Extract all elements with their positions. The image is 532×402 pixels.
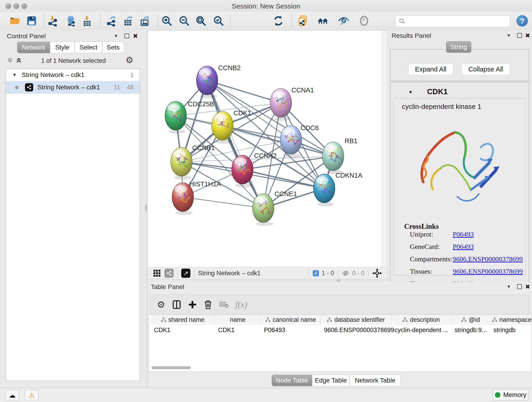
network-node-CDC25B[interactable]	[165, 101, 186, 130]
import-network-from-database-button[interactable]	[65, 15, 77, 27]
network-status-dot-icon	[15, 86, 19, 89]
crosslink-label: Compartments:	[410, 255, 452, 263]
network-canvas[interactable]: CCNB2CCNA1CDC25BCDK1CDC6RB1CCNB1CCNA2CDK…	[148, 31, 382, 267]
memory-button[interactable]: Memory	[493, 389, 528, 400]
network-edge-CCNE1-HIST1H1A[interactable]	[183, 197, 263, 208]
node-details-inner-box: cyclin-dependent kinase 1 CrossLinks Uni…	[394, 98, 525, 275]
crosslink-link[interactable]: 9606.ENSP00000378699	[453, 255, 523, 263]
export-network-button[interactable]	[106, 15, 118, 27]
open-session-button[interactable]	[9, 15, 21, 27]
tab-edge-table[interactable]: Edge Table	[312, 375, 350, 386]
network-node-CDC6[interactable]	[280, 125, 302, 154]
create-column-plus-icon[interactable]	[188, 300, 197, 309]
column-header-namespace[interactable]: namespace	[490, 315, 532, 325]
birds-eye-toggle-button[interactable]	[358, 15, 370, 27]
results-panel-menu-caret-icon[interactable]: ▼	[507, 33, 511, 38]
hide-graphics-details-button[interactable]	[338, 15, 350, 27]
table-cell: CDK1	[215, 325, 261, 335]
network-view-share-icon[interactable]	[165, 269, 174, 278]
toolbar-separator	[291, 14, 292, 27]
network-graph[interactable]: CCNB2CCNA1CDC25BCDK1CDC6RB1CCNB1CCNA2CDK…	[148, 31, 382, 267]
expand-all-button[interactable]: Expand All	[408, 63, 453, 75]
zoom-selected-button[interactable]	[213, 15, 225, 27]
grid-view-icon[interactable]	[153, 270, 160, 277]
tab-sets[interactable]: Sets	[102, 42, 124, 53]
collapse-all-button[interactable]: Collapse All	[462, 63, 510, 75]
crosslink-link[interactable]: P06493	[453, 230, 474, 238]
network-node-CCNB2[interactable]	[196, 66, 218, 95]
cloud-button[interactable]: ☁	[5, 390, 19, 400]
help-button[interactable]: ?	[516, 15, 528, 27]
node-label-CCNB1: CCNB1	[192, 144, 215, 152]
import-network-from-file-button[interactable]	[47, 15, 59, 27]
warnings-button[interactable]: ⚠	[25, 390, 38, 400]
show-columns-icon[interactable]	[172, 300, 181, 310]
save-session-button[interactable]	[26, 15, 38, 27]
import-table-from-file-button[interactable]	[81, 15, 93, 27]
toolbar-separator	[100, 14, 101, 27]
table-panel-close-icon[interactable]: ✖	[525, 284, 530, 290]
control-panel-menu-caret-icon[interactable]: ▼	[114, 33, 118, 38]
column-header-description[interactable]: description	[391, 315, 451, 325]
network-node-count: 11	[114, 84, 120, 91]
open-in-new-window-button[interactable]: ↗	[181, 269, 190, 278]
tab-node-table[interactable]: Node Table	[272, 375, 312, 386]
network-node-RB1[interactable]	[322, 142, 344, 171]
network-edge-CCNB2-CCNE1[interactable]	[207, 80, 263, 208]
network-collection-row[interactable]: ▼ String Network – cdk1 1	[6, 69, 140, 81]
network-node-CCNA2[interactable]	[232, 155, 253, 184]
selected-checkbox-icon[interactable]	[313, 270, 319, 276]
node-table[interactable]: shared namenamecanonical namedatabase id…	[149, 314, 532, 372]
pan-crosshair-icon[interactable]	[372, 268, 382, 278]
network-edge-CCNB2-CCNA1[interactable]	[207, 80, 281, 103]
delete-column-trash-icon[interactable]	[204, 300, 212, 309]
crosslink-label: Tissues:	[410, 268, 432, 275]
network-node-CCNB1[interactable]	[171, 147, 192, 176]
column-header-@id[interactable]: @id	[451, 315, 490, 325]
network-node-CCNE1[interactable]	[253, 194, 274, 223]
duplicate-network-button[interactable]	[298, 15, 309, 27]
export-image-button[interactable]	[139, 15, 151, 27]
home-button[interactable]	[317, 15, 329, 27]
results-panel-float-icon[interactable]	[517, 33, 522, 38]
results-panel-close-icon[interactable]: ✖	[525, 32, 530, 38]
table-panel-menu-caret-icon[interactable]: ▼	[507, 284, 511, 289]
export-table-button[interactable]	[122, 15, 134, 27]
network-node-CCNA1[interactable]	[270, 89, 292, 117]
zoom-out-button[interactable]	[178, 15, 190, 27]
network-node-CDK1[interactable]	[212, 111, 233, 140]
crosslink-label: GeneCard:	[410, 243, 440, 250]
apply-layout-button[interactable]	[272, 15, 284, 27]
control-panel-close-icon[interactable]: ✖	[133, 33, 138, 39]
tab-string[interactable]: String	[446, 41, 471, 53]
search-box[interactable]	[395, 16, 510, 27]
function-builder-fx[interactable]: f(x)	[235, 300, 247, 310]
column-header-name[interactable]: name	[215, 315, 261, 325]
eye-slash-icon	[338, 15, 349, 26]
fit-content-button[interactable]	[195, 15, 207, 27]
tab-network-table[interactable]: Network Table	[350, 375, 400, 386]
network-options-gear-icon[interactable]: ⚙	[126, 55, 133, 65]
export-network-icon	[106, 15, 117, 26]
column-header-database-identifier[interactable]: database identifier	[321, 315, 391, 325]
zoom-in-button[interactable]	[161, 15, 173, 27]
control-panel-float-icon[interactable]	[124, 33, 129, 38]
table-options-gear-icon[interactable]: ⚙	[157, 299, 165, 310]
tab-select[interactable]: Select	[75, 42, 102, 53]
column-header-shared-name[interactable]: shared name	[151, 315, 215, 325]
tab-style[interactable]: Style	[50, 42, 75, 53]
crosslink-link[interactable]: P06493	[453, 243, 474, 250]
network-node-CDKN1A[interactable]	[313, 174, 335, 203]
crosslink-link[interactable]: 9606.ENSP00000378699	[453, 268, 523, 275]
table-horizontal-scrollbar[interactable]	[152, 366, 191, 369]
search-input[interactable]	[407, 18, 510, 25]
table-panel-float-icon[interactable]	[517, 284, 522, 289]
node-section-caret-icon[interactable]: ▼	[408, 89, 413, 95]
collection-caret-icon[interactable]: ▼	[12, 72, 17, 77]
delete-table-icon[interactable]	[219, 301, 228, 308]
tab-network[interactable]: Network	[17, 42, 50, 53]
network-view-toolbar: ↗ String Network – cdk1 1 - 0 0 - 0	[148, 267, 387, 279]
network-row-selected[interactable]: String Network – cdk1 11 48	[6, 81, 140, 94]
column-header-canonical-name[interactable]: canonical name	[261, 315, 321, 325]
vertical-splitter-handle[interactable]	[145, 205, 147, 211]
